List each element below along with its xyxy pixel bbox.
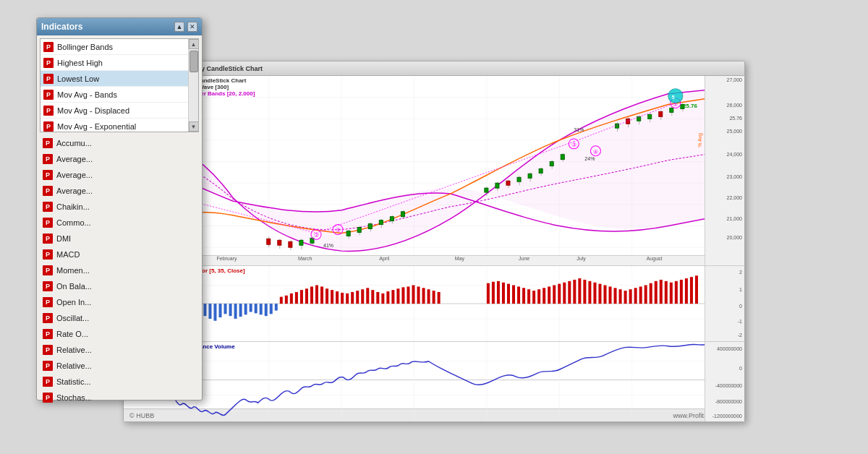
indicator-item-lowest-low[interactable]: P Lowest Low bbox=[41, 71, 188, 87]
lower-item-avg3[interactable]: P Average... bbox=[40, 183, 199, 199]
svg-rect-200 bbox=[609, 286, 612, 304]
lower-item-dmi[interactable]: P DMI bbox=[40, 231, 199, 247]
svg-rect-180 bbox=[507, 284, 510, 304]
x-mar: March bbox=[298, 256, 312, 261]
scroll-down-arrow[interactable]: ▼ bbox=[189, 121, 199, 132]
chart-window: MICROSOFT ORD - Daily CandleStick Chart … bbox=[123, 61, 745, 422]
indicator-item-mov-avg-exp[interactable]: P Mov Avg - Exponential bbox=[41, 119, 188, 132]
svg-rect-182 bbox=[517, 286, 520, 304]
price-2576: 25.76 bbox=[729, 116, 742, 121]
svg-rect-42 bbox=[346, 231, 350, 236]
lower-item-on-balance[interactable]: P On Bala... bbox=[40, 278, 199, 294]
svg-rect-161 bbox=[366, 288, 369, 304]
p-icon-relative2: P bbox=[43, 361, 53, 371]
lower-name-commo: Commo... bbox=[56, 218, 91, 227]
svg-rect-193 bbox=[573, 280, 576, 304]
lower-item-commo[interactable]: P Commo... bbox=[40, 215, 199, 231]
osc-neg2: -2 bbox=[738, 333, 742, 338]
p-icon-bollinger: P bbox=[43, 42, 54, 52]
svg-rect-217 bbox=[695, 275, 698, 304]
svg-rect-152 bbox=[320, 286, 323, 304]
lower-item-relative2[interactable]: P Relative... bbox=[40, 358, 199, 374]
indicator-name-bollinger: Bollinger Bands bbox=[57, 43, 113, 51]
svg-rect-164 bbox=[381, 294, 384, 304]
indicator-name-mov-avg-bands: Mov Avg - Bands bbox=[57, 90, 117, 99]
svg-text:②: ② bbox=[314, 232, 319, 239]
lower-item-oscillator[interactable]: P Oscillat... bbox=[40, 310, 199, 326]
chart-content: MICROSOFT ORD - Daily CandleStick Chart … bbox=[124, 76, 744, 421]
svg-rect-196 bbox=[588, 281, 591, 304]
svg-rect-134 bbox=[229, 304, 232, 316]
svg-rect-179 bbox=[502, 283, 505, 304]
svg-text:25.76: 25.76 bbox=[683, 103, 698, 110]
indicators-scrollable-list[interactable]: P Bollinger Bands P Highest High P Lowes… bbox=[40, 38, 199, 132]
titlebar-buttons: ▲ ✕ bbox=[174, 22, 197, 32]
x-aug: August bbox=[647, 256, 663, 261]
svg-rect-58 bbox=[506, 181, 510, 185]
lower-item-avg2[interactable]: P Average... bbox=[40, 167, 199, 183]
scrollbar-right[interactable]: ▲ ▼ bbox=[188, 39, 198, 132]
svg-rect-72 bbox=[626, 119, 630, 124]
p-icon-rate-of-change: P bbox=[43, 329, 53, 339]
indicators-lower-list: P Accumu... P Average... P Average... P … bbox=[40, 135, 199, 406]
lower-name-on-balance: On Bala... bbox=[56, 282, 92, 291]
svg-text:24%: 24% bbox=[584, 156, 595, 161]
svg-rect-163 bbox=[376, 292, 379, 304]
lower-item-relative1[interactable]: P Relative... bbox=[40, 342, 199, 358]
lower-name-stochastic: Stochas... bbox=[56, 393, 92, 402]
indicator-item-bollinger[interactable]: P Bollinger Bands bbox=[41, 39, 188, 55]
svg-rect-208 bbox=[650, 283, 652, 304]
indicator-item-mov-avg-bands[interactable]: P Mov Avg - Bands bbox=[41, 87, 188, 103]
lower-name-avg1: Average... bbox=[56, 155, 93, 163]
osc-0: 0 bbox=[739, 304, 742, 309]
lower-item-open-int[interactable]: P Open In... bbox=[40, 294, 199, 310]
lower-name-relative2: Relative... bbox=[56, 361, 92, 370]
p-icon-avg2: P bbox=[43, 170, 53, 180]
svg-rect-36 bbox=[289, 241, 292, 247]
svg-rect-48 bbox=[379, 220, 383, 225]
svg-rect-166 bbox=[391, 290, 394, 304]
osc-price-axis: 2 1 0 -1 -2 bbox=[705, 266, 744, 341]
svg-rect-206 bbox=[639, 286, 642, 304]
minimize-button[interactable]: ▲ bbox=[174, 22, 184, 32]
lower-item-avg1[interactable]: P Average... bbox=[40, 151, 199, 167]
osc-2: 2 bbox=[739, 270, 742, 275]
price-25000: 25,000 bbox=[727, 129, 742, 134]
lower-item-rate-of-change[interactable]: P Rate O... bbox=[40, 326, 199, 342]
price-20000: 20,000 bbox=[727, 235, 742, 240]
svg-rect-198 bbox=[598, 284, 601, 304]
svg-rect-171 bbox=[417, 286, 420, 304]
lower-name-rate-of-change: Rate O... bbox=[56, 330, 88, 338]
scroll-thumb[interactable] bbox=[190, 51, 198, 72]
svg-rect-156 bbox=[341, 293, 344, 304]
p-icon-commo: P bbox=[43, 218, 53, 228]
svg-rect-211 bbox=[665, 281, 668, 304]
lower-item-accum[interactable]: P Accumu... bbox=[40, 135, 199, 151]
svg-rect-177 bbox=[492, 282, 495, 304]
lower-name-avg3: Average... bbox=[56, 187, 93, 195]
close-button[interactable]: ✕ bbox=[187, 22, 197, 32]
svg-rect-138 bbox=[250, 304, 252, 312]
p-icon-chaikin: P bbox=[43, 202, 53, 212]
lower-item-momentum[interactable]: P Momen... bbox=[40, 262, 199, 278]
svg-rect-159 bbox=[356, 291, 359, 304]
lower-item-chaikin[interactable]: P Chaikin... bbox=[40, 199, 199, 215]
lower-item-macd[interactable]: P MACD bbox=[40, 247, 199, 262]
p-icon-mov-avg-exp: P bbox=[43, 121, 54, 132]
svg-rect-150 bbox=[310, 286, 313, 304]
p-icon-highest-high: P bbox=[43, 58, 54, 68]
svg-rect-139 bbox=[255, 304, 258, 313]
svg-rect-201 bbox=[614, 288, 617, 304]
indicator-item-highest-high[interactable]: P Highest High bbox=[41, 55, 188, 71]
indicator-item-mov-avg-displaced[interactable]: P Mov Avg - Displaced bbox=[41, 103, 188, 119]
svg-rect-207 bbox=[644, 285, 647, 304]
svg-rect-183 bbox=[522, 288, 525, 304]
lower-item-statistics[interactable]: P Statistic... bbox=[40, 374, 199, 390]
indicators-titlebar: Indicators ▲ ✕ bbox=[37, 18, 202, 35]
lower-item-stochastic[interactable]: P Stochas... bbox=[40, 390, 199, 406]
p-icon-avg1: P bbox=[43, 154, 53, 164]
svg-rect-191 bbox=[563, 283, 566, 304]
scroll-up-arrow[interactable]: ▲ bbox=[189, 39, 199, 49]
svg-rect-131 bbox=[213, 304, 216, 321]
x-feb: February bbox=[216, 256, 237, 261]
